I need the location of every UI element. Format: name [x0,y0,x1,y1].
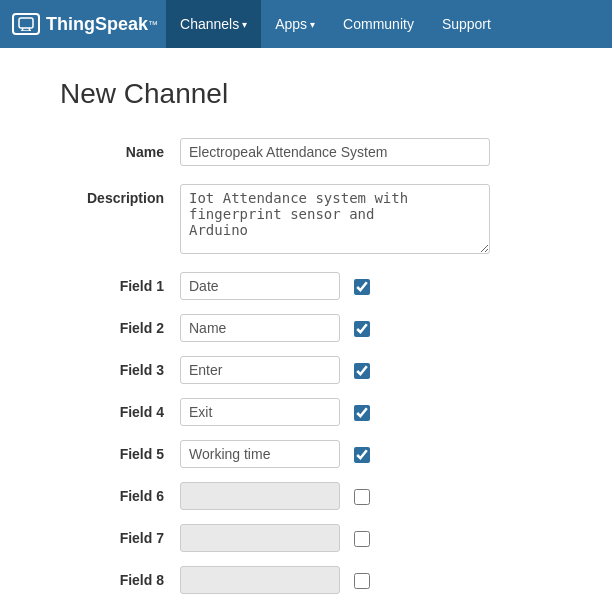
nav-channels[interactable]: Channels ▾ [166,0,261,48]
field-checkbox-wrap-5 [354,442,370,466]
field-row-2: Field 2 [60,314,552,342]
field-checkbox-wrap-2 [354,316,370,340]
field-label-4: Field 4 [60,404,180,420]
field-checkbox-wrap-7 [354,526,370,550]
field-input-6 [180,482,340,510]
brand-name: ThingSpeak [46,14,148,35]
field-label-3: Field 3 [60,362,180,378]
nav-community[interactable]: Community [329,0,428,48]
field-input-4[interactable] [180,398,340,426]
description-row: Description Iot Attendance system with f… [60,184,552,254]
description-textarea[interactable]: Iot Attendance system with fingerprint s… [180,184,490,254]
field-checkbox-6[interactable] [354,489,370,505]
name-input[interactable] [180,138,490,166]
field-checkbox-3[interactable] [354,363,370,379]
brand-tm: ™ [148,19,158,30]
field-label-7: Field 7 [60,530,180,546]
description-label: Description [60,184,180,206]
field-checkbox-wrap-4 [354,400,370,424]
name-row: Name [60,138,552,166]
name-label: Name [60,138,180,160]
field-input-7 [180,524,340,552]
field-checkbox-wrap-3 [354,358,370,382]
field-checkbox-wrap-1 [354,274,370,298]
field-label-5: Field 5 [60,446,180,462]
field-row-3: Field 3 [60,356,552,384]
field-input-2[interactable] [180,314,340,342]
field-input-8 [180,566,340,594]
brand-logo[interactable]: ThingSpeak™ [12,13,158,35]
field-label-2: Field 2 [60,320,180,336]
channels-arrow: ▾ [242,19,247,30]
field-row-1: Field 1 [60,272,552,300]
field-checkbox-wrap-6 [354,484,370,508]
field-row-4: Field 4 [60,398,552,426]
field-label-6: Field 6 [60,488,180,504]
field-row-5: Field 5 [60,440,552,468]
nav-apps[interactable]: Apps ▾ [261,0,329,48]
field-checkbox-7[interactable] [354,531,370,547]
nav-support[interactable]: Support [428,0,505,48]
logo-icon [12,13,40,35]
field-label-8: Field 8 [60,572,180,588]
page-content: New Channel Name Description Iot Attenda… [0,48,612,600]
field-checkbox-5[interactable] [354,447,370,463]
fields-container: Field 1Field 2Field 3Field 4Field 5Field… [60,272,552,594]
svg-rect-0 [19,18,33,28]
field-row-7: Field 7 [60,524,552,552]
field-input-1[interactable] [180,272,340,300]
field-checkbox-8[interactable] [354,573,370,589]
field-checkbox-1[interactable] [354,279,370,295]
navbar: ThingSpeak™ Channels ▾ Apps ▾ Community … [0,0,612,48]
field-row-8: Field 8 [60,566,552,594]
page-title: New Channel [60,78,552,110]
apps-arrow: ▾ [310,19,315,30]
field-input-5[interactable] [180,440,340,468]
field-checkbox-4[interactable] [354,405,370,421]
field-row-6: Field 6 [60,482,552,510]
field-checkbox-wrap-8 [354,568,370,592]
field-checkbox-2[interactable] [354,321,370,337]
field-label-1: Field 1 [60,278,180,294]
field-input-3[interactable] [180,356,340,384]
